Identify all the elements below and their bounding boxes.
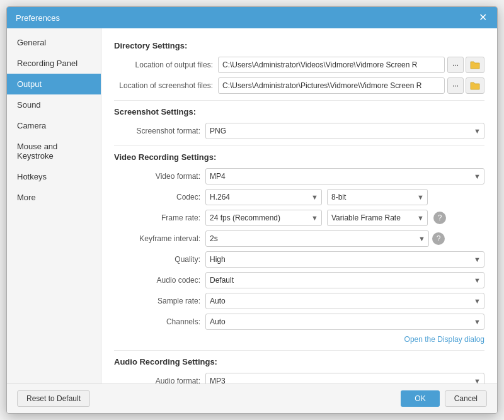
sidebar-item-output[interactable]: Output — [7, 74, 101, 94]
display-dialog-link[interactable]: Open the Display dialog — [404, 335, 484, 344]
video-format-row: Video format: MP4MOVAVIWMV ▼ — [114, 168, 484, 184]
audio-format-wrapper: MP3AACWAVFLAC ▼ — [205, 373, 484, 383]
codec-label: Codec: — [114, 193, 205, 201]
video-format-select[interactable]: MP4MOVAVIWMV — [205, 168, 484, 184]
keyframe-row: Keyframe interval: 2s1s3s ▼ ? — [114, 230, 484, 247]
ok-button[interactable]: OK — [401, 390, 439, 407]
video-channels-row: Channels: AutoMonoStereo ▼ — [114, 314, 484, 330]
sidebar-item-sound[interactable]: Sound — [7, 94, 101, 115]
title-bar: Preferences ✕ — [7, 7, 497, 28]
framerate-selects: 24 fps (Recommend)30 fps60 fps ▼ Variabl… — [205, 210, 484, 226]
output-path-input[interactable] — [218, 57, 445, 73]
output-path-label: Location of output files: — [114, 60, 218, 69]
quality-select[interactable]: HighHighestMediumLow — [205, 251, 484, 268]
folder-icon — [470, 60, 480, 69]
reset-button[interactable]: Reset to Default — [17, 390, 90, 407]
audio-codec-row: Audio codec: DefaultAACMP3 ▼ — [114, 272, 484, 288]
frame-type-wrapper: Variable Frame RateFixed Frame Rate ▼ — [327, 210, 428, 226]
display-link-row: Open the Display dialog — [114, 334, 484, 344]
output-path-row: Location of output files: ··· — [114, 57, 484, 73]
video-section-title: Video Recording Settings: — [114, 152, 484, 162]
audio-codec-label: Audio codec: — [114, 276, 205, 285]
audio-format-select[interactable]: MP3AACWAVFLAC — [205, 373, 484, 383]
output-dots-button[interactable]: ··· — [447, 57, 464, 73]
video-format-wrapper: MP4MOVAVIWMV ▼ — [205, 168, 484, 184]
framerate-row: Frame rate: 24 fps (Recommend)30 fps60 f… — [114, 210, 484, 226]
video-channels-wrapper: AutoMonoStereo ▼ — [205, 314, 484, 330]
screenshot-format-select[interactable]: PNG JPG BMP GIF — [205, 123, 484, 139]
codec-row: Codec: H.264H.265VP8 ▼ 8-bit10-bit ▼ — [114, 189, 484, 205]
quality-wrapper: HighHighestMediumLow ▼ — [205, 251, 484, 268]
screenshot-path-row: Location of screenshot files: ··· — [114, 77, 484, 94]
sidebar-item-mouse-keystroke[interactable]: Mouse and Keystroke — [7, 136, 101, 166]
sidebar-item-camera[interactable]: Camera — [7, 115, 101, 136]
dialog-title: Preferences — [16, 13, 60, 23]
output-folder-button[interactable] — [466, 57, 484, 73]
bit-depth-wrapper: 8-bit10-bit ▼ — [327, 189, 428, 205]
framerate-wrapper: 24 fps (Recommend)30 fps60 fps ▼ — [205, 210, 322, 226]
quality-label: Quality: — [114, 255, 205, 264]
video-sample-rate-row: Sample rate: Auto44100 Hz48000 Hz ▼ — [114, 293, 484, 309]
framerate-help-button[interactable]: ? — [433, 212, 446, 224]
folder-icon-2 — [470, 81, 480, 90]
sidebar-item-recording-panel[interactable]: Recording Panel — [7, 53, 101, 74]
main-content: Directory Settings: Location of output f… — [101, 28, 497, 383]
sidebar-item-more[interactable]: More — [7, 187, 101, 208]
screenshot-path-label: Location of screenshot files: — [114, 81, 218, 90]
screenshot-path-input[interactable] — [218, 77, 445, 94]
footer: Reset to Default OK Cancel — [7, 383, 497, 413]
bit-depth-select[interactable]: 8-bit10-bit — [327, 189, 428, 205]
keyframe-select[interactable]: 2s1s3s — [205, 230, 429, 247]
keyframe-help-button[interactable]: ? — [432, 232, 445, 245]
video-channels-label: Channels: — [114, 317, 205, 326]
frame-type-select[interactable]: Variable Frame RateFixed Frame Rate — [327, 210, 428, 226]
screenshot-format-label: Screenshot format: — [114, 127, 205, 135]
directory-section-title: Directory Settings: — [114, 41, 484, 50]
screenshot-format-wrapper: PNG JPG BMP GIF ▼ — [205, 123, 484, 139]
keyframe-label: Keyframe interval: — [114, 234, 205, 243]
audio-section-title: Audio Recording Settings: — [114, 357, 484, 366]
audio-codec-wrapper: DefaultAACMP3 ▼ — [205, 272, 484, 288]
video-sample-rate-select[interactable]: Auto44100 Hz48000 Hz — [205, 293, 484, 309]
screenshot-folder-button[interactable] — [466, 77, 484, 94]
framerate-label: Frame rate: — [114, 213, 205, 222]
video-sample-rate-wrapper: Auto44100 Hz48000 Hz ▼ — [205, 293, 484, 309]
codec-wrapper: H.264H.265VP8 ▼ — [205, 189, 322, 205]
video-channels-select[interactable]: AutoMonoStereo — [205, 314, 484, 330]
preferences-dialog: Preferences ✕ General Recording Panel Ou… — [6, 6, 498, 414]
content-area: General Recording Panel Output Sound Cam… — [7, 28, 497, 383]
sidebar-item-hotkeys[interactable]: Hotkeys — [7, 166, 101, 187]
footer-right: OK Cancel — [401, 390, 487, 407]
screenshot-format-row: Screenshot format: PNG JPG BMP GIF ▼ — [114, 123, 484, 139]
audio-format-label: Audio format: — [114, 377, 205, 383]
codec-selects: H.264H.265VP8 ▼ 8-bit10-bit ▼ — [205, 189, 484, 205]
audio-codec-select[interactable]: DefaultAACMP3 — [205, 272, 484, 288]
cancel-button[interactable]: Cancel — [445, 390, 487, 407]
screenshot-section-title: Screenshot Settings: — [114, 107, 484, 116]
quality-row: Quality: HighHighestMediumLow ▼ — [114, 251, 484, 268]
video-format-label: Video format: — [114, 172, 205, 181]
sidebar: General Recording Panel Output Sound Cam… — [7, 28, 101, 383]
sidebar-item-general[interactable]: General — [7, 32, 101, 53]
codec-select[interactable]: H.264H.265VP8 — [205, 189, 322, 205]
keyframe-wrapper: 2s1s3s ▼ — [205, 230, 429, 247]
close-button[interactable]: ✕ — [478, 13, 488, 23]
screenshot-dots-button[interactable]: ··· — [447, 77, 464, 94]
framerate-select[interactable]: 24 fps (Recommend)30 fps60 fps — [205, 210, 322, 226]
audio-format-row: Audio format: MP3AACWAVFLAC ▼ — [114, 373, 484, 383]
video-sample-rate-label: Sample rate: — [114, 297, 205, 305]
